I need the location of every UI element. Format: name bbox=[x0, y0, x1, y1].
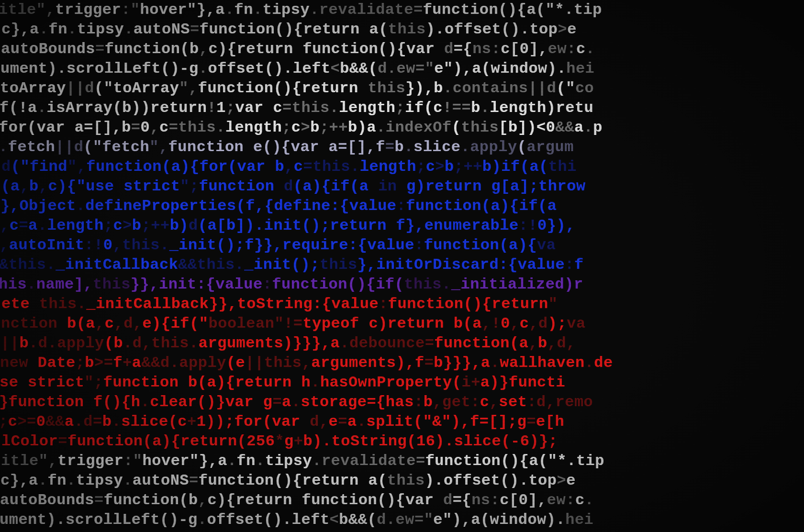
code-line: itle",trigger:"hover"},a.fn.tipsy.revali… bbox=[1, 451, 804, 471]
code-line: &this._initCallback&&this._init();this},… bbox=[0, 255, 803, 275]
code-line: ument).scrollLeft()-g.offset().left<b&&(… bbox=[0, 510, 804, 530]
code-line: .fetch||d("fetch",function e(){var a=[],… bbox=[0, 137, 803, 157]
code-line: for(var a=[],b=0,c=this.length;c>b;++b)a… bbox=[0, 118, 803, 137]
code-line: nction b(a,c,d,e){if("boolean"!=typeof c… bbox=[1, 314, 804, 333]
code-line: d("find",function(a){for(var b,c=this.le… bbox=[1, 157, 804, 177]
code-line: ;c>=0&&a.d=b.slice(c+1));for(var d,e=a.s… bbox=[0, 412, 803, 432]
code-line: lColor=function(a){return(256*g+b).toStr… bbox=[1, 432, 804, 451]
code-line: ument).scrollLeft()-g.offset().left<b&&(… bbox=[0, 59, 804, 78]
code-line: ,c=a.length;c>b;++b)d(a[b]).init();retur… bbox=[0, 216, 804, 235]
code-line: autoBounds=function(b,c){return function… bbox=[0, 490, 804, 510]
code-line: his.name],this}},init:{value:function(){… bbox=[0, 275, 803, 294]
code-line: toArray||d("toArray",function(){return t… bbox=[0, 78, 804, 98]
code-line: (a,b,c){"use strict";function d(a){if(a … bbox=[1, 177, 804, 196]
flag-code-background: itle",trigger:"hover"},a.fn.tipsy.revali… bbox=[0, 0, 804, 532]
code-line: f(!a.isArray(b))return!1;var c=this.leng… bbox=[0, 98, 804, 118]
code-line: ||b.d.apply(b.d,this.arguments)}}},a.deb… bbox=[0, 333, 804, 353]
code-line: autoBounds=function(b,c){return function… bbox=[1, 39, 804, 59]
code-line: c},a.fn.tipsy.autoNS=function(){return a… bbox=[1, 20, 804, 39]
code-line: ,autoInit:!0,this._init();f}},require:{v… bbox=[0, 235, 804, 255]
code-line: toArray||d("toArray",function(){return t… bbox=[0, 530, 803, 532]
code-line: se strict";function b(a){return h.hasOwn… bbox=[0, 373, 804, 392]
code-line: ete this._initCallback}},toString:{value… bbox=[1, 294, 804, 314]
code-line: itle",trigger:"hover"},a.fn.tipsy.revali… bbox=[0, 0, 803, 20]
code-line: new Date;b>=f+a&&d.apply(e||this,argumen… bbox=[0, 353, 804, 373]
code-line: c},a.fn.tipsy.autoNS=function(){return a… bbox=[0, 471, 804, 490]
code-line: }function f(){h.clear()}var g=a.storage=… bbox=[0, 392, 803, 412]
code-line: },Object.defineProperties(f,{define:{val… bbox=[0, 196, 804, 216]
